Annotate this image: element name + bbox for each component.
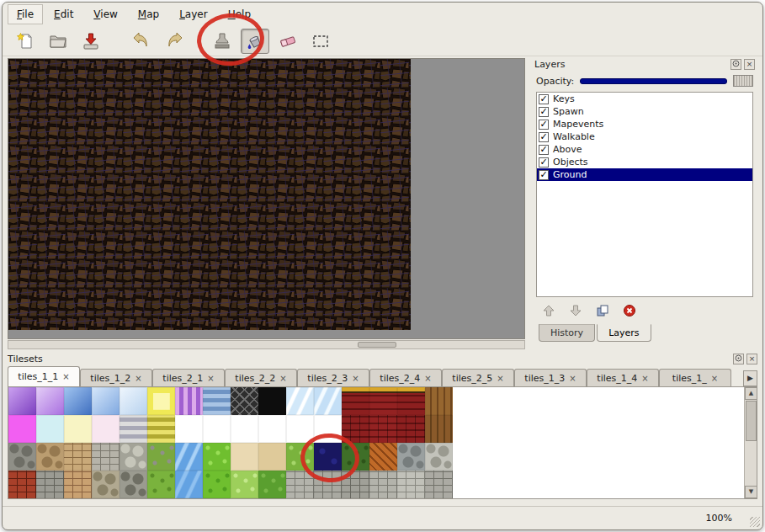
tile-4-2[interactable]: [36, 471, 64, 498]
resize-grip-icon[interactable]: [750, 517, 760, 527]
scroll-down-button[interactable]: ▼: [745, 486, 757, 498]
layer-visibility-checkbox[interactable]: ✓: [539, 120, 549, 130]
tile-4-3[interactable]: [64, 471, 92, 498]
tile-1-14[interactable]: [369, 387, 397, 415]
tile-1-3[interactable]: [64, 387, 92, 415]
float-panel-button[interactable]: [733, 354, 744, 364]
tile-1-8[interactable]: [203, 387, 231, 415]
tile-1-7[interactable]: [175, 387, 203, 415]
tileset-tab-tiles_1_[interactable]: tiles_1_×: [659, 369, 731, 386]
scroll-up-button[interactable]: ▲: [745, 387, 757, 400]
tab-scroll-right-button[interactable]: ▶: [743, 370, 757, 386]
tile-1-16[interactable]: [425, 387, 453, 415]
tile-4-12[interactable]: [314, 471, 342, 498]
tile-3-7[interactable]: [175, 443, 203, 471]
tile-3-1[interactable]: [8, 443, 36, 471]
tile-4-1[interactable]: [8, 471, 36, 498]
tile-4-6[interactable]: [147, 471, 175, 498]
canvas-horizontal-scrollbar[interactable]: [8, 340, 525, 349]
menu-item-map[interactable]: Map: [129, 4, 168, 24]
map-canvas[interactable]: [8, 59, 411, 330]
tileset-tab-tiles_1_1[interactable]: tiles_1_1×: [8, 366, 80, 386]
tile-1-15[interactable]: [397, 387, 425, 415]
menu-item-edit[interactable]: Edit: [45, 4, 82, 24]
tile-3-10[interactable]: [258, 443, 286, 471]
tileset-tab-tiles_1_4[interactable]: tiles_1_4×: [587, 369, 659, 386]
tile-1-11[interactable]: [286, 387, 314, 415]
tile-4-10[interactable]: [258, 471, 286, 498]
layer-row-walkable[interactable]: ✓Walkable: [537, 130, 752, 143]
tile-4-9[interactable]: [231, 471, 258, 498]
tileset-scrollbar-thumb[interactable]: [746, 401, 757, 441]
tab-close-icon[interactable]: ×: [207, 374, 214, 383]
tile-4-4[interactable]: [92, 471, 120, 498]
tab-close-icon[interactable]: ×: [424, 374, 431, 383]
stamp-tool-button[interactable]: [208, 29, 236, 54]
tile-2-11[interactable]: [286, 415, 314, 443]
layer-row-keys[interactable]: ✓Keys: [537, 93, 752, 105]
tile-2-15[interactable]: [397, 415, 425, 443]
tab-close-icon[interactable]: ×: [711, 374, 718, 383]
open-button[interactable]: [44, 29, 72, 54]
tileset-tab-tiles_2_3[interactable]: tiles_2_3×: [297, 369, 369, 386]
move-layer-down-button[interactable]: [567, 303, 584, 320]
tile-1-9[interactable]: [231, 387, 258, 415]
tileset-vertical-scrollbar[interactable]: ▲ ▼: [744, 387, 757, 498]
tab-history[interactable]: History: [539, 324, 595, 342]
opacity-slider[interactable]: [580, 78, 727, 84]
tile-4-16[interactable]: [425, 471, 453, 498]
tile-3-16[interactable]: [425, 443, 453, 471]
tile-4-8[interactable]: [203, 471, 231, 498]
tile-2-10[interactable]: [258, 415, 286, 443]
tile-3-5[interactable]: [120, 443, 147, 471]
tile-4-5[interactable]: [120, 471, 147, 498]
eraser-tool-button[interactable]: [274, 29, 302, 54]
tileset-tab-tiles_2_1[interactable]: tiles_2_1×: [152, 369, 225, 386]
tile-3-13[interactable]: [342, 443, 369, 471]
tile-2-8[interactable]: [203, 415, 231, 443]
close-panel-button[interactable]: ×: [744, 59, 755, 70]
tab-close-icon[interactable]: ×: [497, 374, 503, 383]
tile-2-5[interactable]: [120, 415, 147, 443]
tileset-tab-tiles_1_2[interactable]: tiles_1_2×: [80, 369, 152, 386]
duplicate-layer-button[interactable]: [594, 303, 611, 320]
tab-close-icon[interactable]: ×: [62, 372, 69, 381]
tile-3-15[interactable]: [397, 443, 425, 471]
tile-3-9[interactable]: [231, 443, 258, 471]
tile-1-4[interactable]: [92, 387, 120, 415]
layer-visibility-checkbox[interactable]: ✓: [539, 94, 549, 104]
tile-1-2[interactable]: [36, 387, 64, 415]
tab-close-icon[interactable]: ×: [279, 374, 286, 383]
tileset-tab-tiles_2_4[interactable]: tiles_2_4×: [369, 369, 442, 386]
tile-2-14[interactable]: [369, 415, 397, 443]
tile-1-10[interactable]: [258, 387, 286, 415]
fill-tool-button[interactable]: [241, 29, 269, 54]
float-panel-button[interactable]: [730, 59, 741, 70]
tile-3-12[interactable]: [314, 443, 342, 471]
tile-4-13[interactable]: [342, 471, 369, 498]
tile-2-12[interactable]: [314, 415, 342, 443]
delete-layer-button[interactable]: [621, 303, 638, 320]
undo-button[interactable]: [127, 29, 156, 54]
tab-close-icon[interactable]: ×: [135, 374, 141, 383]
tile-3-8[interactable]: [203, 443, 231, 471]
layer-row-objects[interactable]: ✓Objects: [537, 156, 752, 168]
layer-visibility-checkbox[interactable]: ✓: [539, 145, 549, 155]
layer-row-mapevents[interactable]: ✓Mapevents: [537, 118, 752, 130]
tile-2-2[interactable]: [36, 415, 64, 443]
tile-4-15[interactable]: [397, 471, 425, 498]
tile-2-7[interactable]: [175, 415, 203, 443]
tile-1-12[interactable]: [314, 387, 342, 415]
close-panel-button[interactable]: ×: [746, 354, 757, 364]
tile-3-6[interactable]: [147, 443, 175, 471]
tile-3-14[interactable]: [369, 443, 397, 471]
layer-row-spawn[interactable]: ✓Spawn: [537, 105, 752, 118]
tile-1-6[interactable]: [147, 387, 175, 415]
menu-item-layer[interactable]: Layer: [170, 4, 216, 24]
tileset-tab-tiles_2_5[interactable]: tiles_2_5×: [442, 369, 514, 386]
tile-4-7[interactable]: [175, 471, 203, 498]
tile-4-11[interactable]: [286, 471, 314, 498]
save-button[interactable]: [77, 29, 105, 54]
tab-close-icon[interactable]: ×: [569, 374, 576, 383]
tile-1-1[interactable]: [8, 387, 36, 415]
